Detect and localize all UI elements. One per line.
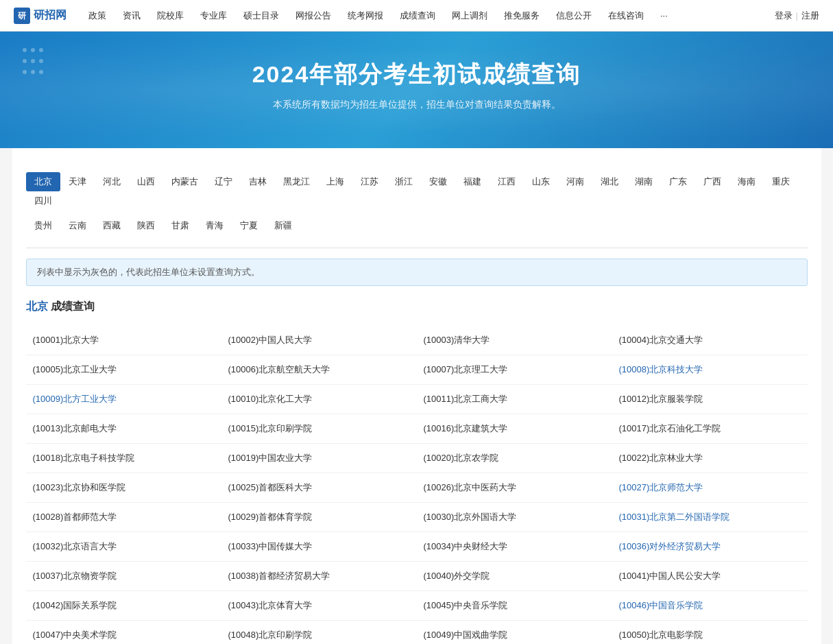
province-btn-新疆[interactable]: 新疆 [266, 216, 300, 235]
nav-menu: 政策资讯院校库专业库硕士目录网报公告统考网报成绩查询网上调剂推免服务信息公开在线… [80, 0, 775, 32]
hero-title: 2024年部分考生初试成绩查询 [14, 59, 819, 91]
province-btn-四川[interactable]: 四川 [26, 191, 60, 211]
province-btn-河北[interactable]: 河北 [95, 172, 129, 191]
nav-item-成绩查询[interactable]: 成绩查询 [391, 0, 444, 32]
province-btn-内蒙古[interactable]: 内蒙古 [163, 172, 206, 191]
nav-item-···[interactable]: ··· [652, 0, 676, 32]
province-btn-江苏[interactable]: 江苏 [352, 172, 387, 191]
uni-link-10031[interactable]: (10031)北京第二外国语学院 [619, 512, 730, 522]
uni-cell-10050: (10050)北京电影学院 [612, 621, 808, 645]
nav-item-院校库[interactable]: 院校库 [149, 0, 192, 32]
uni-cell-10003: (10003)清华大学 [417, 326, 612, 355]
uni-cell-10001: (10001)北京大学 [26, 326, 221, 355]
nav-item-推免服务[interactable]: 推免服务 [496, 0, 548, 32]
province-btn-云南[interactable]: 云南 [60, 216, 95, 235]
uni-cell-10045: (10045)中央音乐学院 [417, 591, 612, 621]
province-btn-海南[interactable]: 海南 [729, 172, 764, 191]
province-btn-陕西[interactable]: 陕西 [129, 216, 163, 235]
nav-item-硕士目录[interactable]: 硕士目录 [235, 0, 287, 32]
province-btn-贵州[interactable]: 贵州 [26, 216, 60, 235]
province-row-2: 贵州云南西藏陕西甘肃青海宁夏新疆 [26, 216, 808, 235]
province-btn-湖南[interactable]: 湖南 [627, 172, 661, 191]
uni-cell-10023: (10023)北京协和医学院 [26, 473, 221, 503]
uni-link-10027[interactable]: (10027)北京师范大学 [619, 482, 703, 492]
table-row: (10018)北京电子科技学院(10019)中国农业大学(10020)北京农学院… [26, 444, 808, 473]
nav-item-政策[interactable]: 政策 [80, 0, 114, 32]
province-btn-河南[interactable]: 河南 [558, 172, 592, 191]
table-row: (10047)中央美术学院(10048)北京印刷学院(10049)中国戏曲学院(… [26, 621, 808, 645]
province-btn-上海[interactable]: 上海 [318, 172, 352, 191]
uni-cell-10007: (10007)北京理工大学 [417, 355, 612, 385]
nav-item-信息公开[interactable]: 信息公开 [548, 0, 600, 32]
province-btn-山东[interactable]: 山东 [524, 172, 558, 191]
table-row: (10023)北京协和医学院(10025)首都医科大学(10026)北京中医药大… [26, 473, 808, 503]
hero-subtitle: 本系统所有数据均为招生单位提供，招生单位对查询结果负责解释。 [14, 99, 819, 111]
province-btn-湖北[interactable]: 湖北 [592, 172, 627, 191]
province-btn-西藏[interactable]: 西藏 [95, 216, 129, 235]
uni-cell-10011: (10011)北京工商大学 [417, 385, 612, 414]
uni-link-10009[interactable]: (10009)北方工业大学 [33, 394, 117, 404]
province-btn-重庆[interactable]: 重庆 [764, 172, 798, 191]
province-btn-安徽[interactable]: 安徽 [421, 172, 455, 191]
province-btn-天津[interactable]: 天津 [60, 172, 95, 191]
uni-cell-10015: (10015)北京印刷学院 [221, 414, 417, 444]
notice-box: 列表中显示为灰色的，代表此招生单位未设置查询方式。 [26, 259, 808, 286]
table-row: (10032)北京语言大学(10033)中国传媒大学(10034)中央财经大学(… [26, 532, 808, 562]
province-btn-福建[interactable]: 福建 [455, 172, 490, 191]
register-link[interactable]: 注册 [801, 10, 819, 22]
uni-cell-10048: (10048)北京印刷学院 [221, 621, 417, 645]
uni-cell-10018: (10018)北京电子科技学院 [26, 444, 221, 473]
uni-cell-10033: (10033)中国传媒大学 [221, 532, 417, 562]
section-title: 北京 成绩查询 [26, 296, 808, 318]
nav-item-专业库[interactable]: 专业库 [192, 0, 235, 32]
uni-cell-10034: (10034)中央财经大学 [417, 532, 612, 562]
uni-link-10046[interactable]: (10046)中国音乐学院 [619, 600, 703, 610]
section-title-suffix: 成绩查询 [51, 300, 95, 312]
hero-banner: 2024年部分考生初试成绩查询 本系统所有数据均为招生单位提供，招生单位对查询结… [0, 32, 833, 148]
separator: | [796, 10, 798, 21]
table-row: (10042)国际关系学院(10043)北京体育大学(10045)中央音乐学院(… [26, 591, 808, 621]
province-btn-北京[interactable]: 北京 [26, 172, 60, 191]
logo-text: 研招网 [34, 8, 67, 23]
login-link[interactable]: 登录 [775, 10, 793, 22]
uni-cell-10025: (10025)首都医科大学 [221, 473, 417, 503]
nav-item-在线咨询[interactable]: 在线咨询 [600, 0, 652, 32]
uni-cell-10026: (10026)北京中医药大学 [417, 473, 612, 503]
province-row-1: 北京天津河北山西内蒙古辽宁吉林黑龙江上海江苏浙江安徽福建江西山东河南湖北湖南广东… [26, 172, 808, 211]
uni-link-10036[interactable]: (10036)对外经济贸易大学 [619, 541, 721, 551]
table-row: (10028)首都师范大学(10029)首都体育学院(10030)北京外国语大学… [26, 503, 808, 532]
nav-item-网报公告[interactable]: 网报公告 [287, 0, 339, 32]
nav-actions: 登录 | 注册 [775, 10, 819, 22]
province-btn-辽宁[interactable]: 辽宁 [206, 172, 241, 191]
uni-cell-10012: (10012)北京服装学院 [612, 385, 808, 414]
nav-item-统考网报[interactable]: 统考网报 [339, 0, 391, 32]
province-btn-黑龙江[interactable]: 黑龙江 [275, 172, 318, 191]
logo-icon: 研 [14, 8, 30, 24]
province-btn-吉林[interactable]: 吉林 [241, 172, 275, 191]
province-btn-宁夏[interactable]: 宁夏 [232, 216, 266, 235]
uni-cell-10028: (10028)首都师范大学 [26, 503, 221, 532]
table-row: (10009)北方工业大学(10010)北京化工大学(10011)北京工商大学(… [26, 385, 808, 414]
uni-cell-10017: (10017)北京石油化工学院 [612, 414, 808, 444]
table-row: (10013)北京邮电大学(10015)北京印刷学院(10016)北京建筑大学(… [26, 414, 808, 444]
uni-cell-10022: (10022)北京林业大学 [612, 444, 808, 473]
nav-item-网上调剂[interactable]: 网上调剂 [444, 0, 496, 32]
uni-link-10008[interactable]: (10008)北京科技大学 [619, 364, 703, 374]
province-btn-青海[interactable]: 青海 [197, 216, 232, 235]
uni-cell-10029: (10029)首都体育学院 [221, 503, 417, 532]
uni-cell-10047: (10047)中央美术学院 [26, 621, 221, 645]
province-btn-广东[interactable]: 广东 [661, 172, 695, 191]
province-btn-甘肃[interactable]: 甘肃 [163, 216, 197, 235]
province-btn-浙江[interactable]: 浙江 [387, 172, 421, 191]
province-btn-江西[interactable]: 江西 [490, 172, 524, 191]
uni-cell-10019: (10019)中国农业大学 [221, 444, 417, 473]
logo[interactable]: 研 研招网 [14, 8, 67, 24]
nav-item-资讯[interactable]: 资讯 [114, 0, 149, 32]
province-btn-山西[interactable]: 山西 [129, 172, 163, 191]
notice-text: 列表中显示为灰色的，代表此招生单位未设置查询方式。 [37, 267, 260, 277]
uni-cell-10049: (10049)中国戏曲学院 [417, 621, 612, 645]
uni-cell-10038: (10038)首都经济贸易大学 [221, 562, 417, 591]
province-btn-广西[interactable]: 广西 [695, 172, 729, 191]
table-row: (10037)北京物资学院(10038)首都经济贸易大学(10040)外交学院(… [26, 562, 808, 591]
uni-cell-10004: (10004)北京交通大学 [612, 326, 808, 355]
